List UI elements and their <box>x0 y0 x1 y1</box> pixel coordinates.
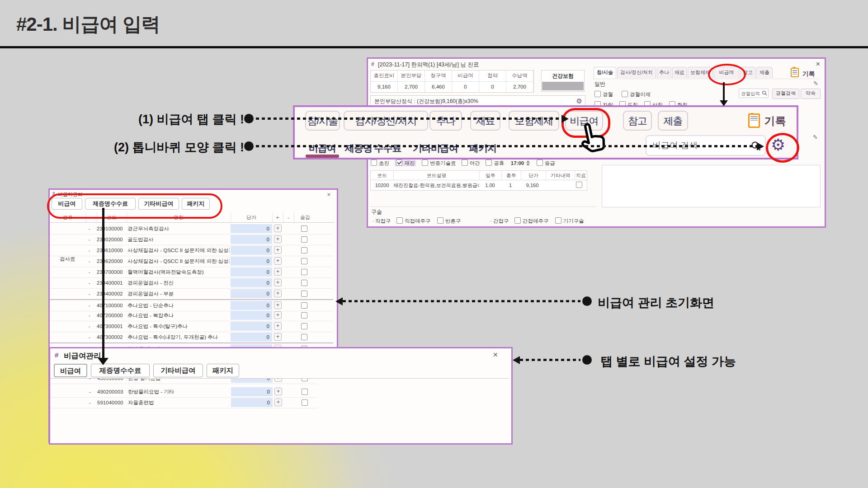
tab-submit[interactable]: 제출 <box>756 67 773 78</box>
strip-tab-insured-med[interactable]: 보험제제 <box>509 111 559 131</box>
cell-price[interactable]: 0 <box>231 246 272 255</box>
strip-tab-submit[interactable]: 제출 <box>658 111 688 131</box>
hide-checkbox[interactable] <box>301 312 307 319</box>
cell-price[interactable]: 0 <box>231 257 272 266</box>
checkbox-icon[interactable] <box>576 182 582 188</box>
code-table-row[interactable]: 10200 재진진찰료-한의원,보건의료원,병원급이 1.00 1 9,160 <box>371 180 587 190</box>
hide-checkbox[interactable] <box>302 389 308 395</box>
manager-tab-package[interactable]: 패키지 <box>207 364 239 377</box>
hide-checkbox[interactable] <box>301 247 307 253</box>
hide-checkbox[interactable] <box>301 280 307 286</box>
tab-material[interactable]: 재료 <box>672 67 687 78</box>
record-button[interactable]: 기록 <box>791 68 815 78</box>
checkbox-emergency[interactable]: 응급 <box>537 160 555 166</box>
table-row[interactable]: -230020000골도법검사0+ <box>50 234 333 245</box>
add-button[interactable]: + <box>274 322 282 330</box>
acupoint-search-button[interactable]: 경혈검색 <box>772 89 799 99</box>
add-button[interactable]: + <box>274 279 282 286</box>
table-row[interactable]: -591040000자율훈련법0+ <box>50 397 318 408</box>
strip-tab-material[interactable]: 재료 <box>470 111 500 131</box>
table-row[interactable]: -407300001추나요법 - 특수(탈구)추나0+ <box>50 321 333 332</box>
cell-price[interactable]: 0 <box>231 398 273 407</box>
gear-icon[interactable]: ⚙ <box>576 97 582 105</box>
checkbox-gyeonghyeol-ije[interactable]: 경혈이제 <box>622 91 651 98</box>
strip-tab-exam[interactable]: 검사/정신/처치 <box>344 111 428 131</box>
add-button[interactable]: + <box>274 246 282 254</box>
cell-price[interactable]: 0 <box>231 333 272 342</box>
strip-subtab-uninsured[interactable]: 비급여 <box>307 141 338 156</box>
cell-price[interactable]: 0 <box>231 289 272 298</box>
add-button[interactable]: + <box>274 257 282 265</box>
checkbox-night[interactable]: 야간 <box>462 160 480 166</box>
add-button[interactable]: + <box>274 333 282 341</box>
cell-price[interactable]: 0 <box>231 387 273 396</box>
add-button[interactable]: + <box>274 388 282 395</box>
hide-checkbox[interactable] <box>301 269 307 275</box>
hide-checkbox[interactable] <box>301 334 307 340</box>
hide-checkbox[interactable] <box>301 258 307 264</box>
add-button[interactable]: + <box>274 301 282 309</box>
hide-checkbox[interactable] <box>301 236 307 243</box>
add-button[interactable]: + <box>274 268 282 276</box>
table-row[interactable]: -230100000경근무늬측정검사0+ <box>50 223 333 235</box>
tab-exam[interactable]: 검사/정신/처치 <box>617 67 656 78</box>
cell-price[interactable]: 0 <box>231 278 272 287</box>
close-icon[interactable]: × <box>816 61 820 68</box>
checkbox-direct-moxa[interactable]: 직접애주구 <box>396 218 431 224</box>
hide-checkbox[interactable] <box>301 323 307 329</box>
tab-acupuncture[interactable]: 침/시술 <box>594 67 616 78</box>
manager-tab-other[interactable]: 기타비급여 <box>153 364 203 377</box>
table-row[interactable]: -230400002경피온열검사 - 부분0+ <box>50 288 333 300</box>
manager-tab-certificate[interactable]: 제증명수수료 <box>91 364 150 377</box>
cell-code: 407200000 <box>97 310 123 321</box>
table-row[interactable]: -230610000사상체질검사 - QSCC II 설문지에 의한 심성검사0… <box>50 245 333 256</box>
strip-tab-chuna[interactable]: 추나 <box>429 111 462 131</box>
strip-subtab-package[interactable]: 패키지 <box>469 141 496 156</box>
pencil-icon[interactable]: ✎ <box>813 134 818 141</box>
add-button[interactable]: + <box>274 225 282 232</box>
cell-price[interactable]: 0 <box>231 224 272 233</box>
table-row[interactable]: -230620000사상체질검사 - QSCC II 설문지에 의한 심성검사 … <box>50 256 333 267</box>
checkbox-byeonjeung[interactable]: 변증기술료 <box>422 160 456 166</box>
checkbox-device-moxa[interactable]: 기기구술 <box>555 218 584 224</box>
table-row[interactable]: -407200000추나요법 - 복잡추나0+ <box>50 310 333 321</box>
checkbox-indirect-moxa[interactable]: 간접애주구 <box>514 218 549 224</box>
table-row[interactable]: -407300002추나요법 - 특수(내장기, 두개천골) 추나0+ <box>50 332 333 343</box>
add-button[interactable]: + <box>274 399 282 406</box>
table-row[interactable]: -490200003한방물리요법 - 기타0+ <box>50 386 318 398</box>
hide-checkbox[interactable] <box>301 291 307 297</box>
hide-checkbox[interactable] <box>301 302 307 309</box>
close-icon[interactable]: × <box>493 351 498 359</box>
add-button[interactable]: + <box>274 235 282 243</box>
hide-checkbox[interactable] <box>301 225 307 232</box>
checkbox-revisit[interactable]: 재진 <box>395 160 416 166</box>
strip-subtab-other[interactable]: 기타비급여 <box>413 141 458 156</box>
table-row[interactable]: -230700000혈맥어혈검사(맥파전달속도측정)0+ <box>50 267 333 278</box>
checkbox-first-visit[interactable]: 초진 <box>371 160 389 166</box>
hide-checkbox[interactable] <box>302 399 308 406</box>
add-button[interactable]: + <box>274 311 282 319</box>
checkbox-label: 공휴 <box>494 160 504 166</box>
strip-tab-reference[interactable]: 참고 <box>623 111 652 131</box>
cell-price[interactable]: 0 <box>231 267 272 277</box>
checkbox-gyeonghyeol[interactable]: 경혈 <box>594 91 613 98</box>
cell-price[interactable]: 0 <box>231 235 272 244</box>
pencil-icon[interactable]: ✎ <box>813 80 818 87</box>
close-icon[interactable]: × <box>327 192 330 197</box>
checkbox-scar-moxa[interactable]: 반흔구 <box>437 218 461 224</box>
add-button[interactable]: + <box>274 290 282 297</box>
time-value[interactable]: 17:00 <box>511 160 524 166</box>
manager-tab-uninsured[interactable]: 비급여 <box>54 364 87 377</box>
cell-price[interactable]: 0 <box>231 301 272 310</box>
tab-chuna[interactable]: 추나 <box>657 67 671 78</box>
strip-record-button[interactable]: 기록 <box>748 113 786 128</box>
strip-tab-acupuncture[interactable]: 침/시술 <box>305 111 340 131</box>
table-row[interactable]: -230400001경피온열검사 - 전신0+ <box>50 277 333 289</box>
checkbox-holiday[interactable]: 공휴 <box>486 160 504 166</box>
time-spinner-icon[interactable] <box>526 160 530 166</box>
promise-button[interactable]: 약속 <box>801 89 821 99</box>
cell-price[interactable]: 0 <box>231 311 272 320</box>
cell-price[interactable]: 0 <box>231 322 272 331</box>
strip-subtab-certificate[interactable]: 제증명 수수료 <box>345 141 401 156</box>
table-row[interactable]: -407100000추나요법 - 단순추나0+ <box>50 299 333 311</box>
